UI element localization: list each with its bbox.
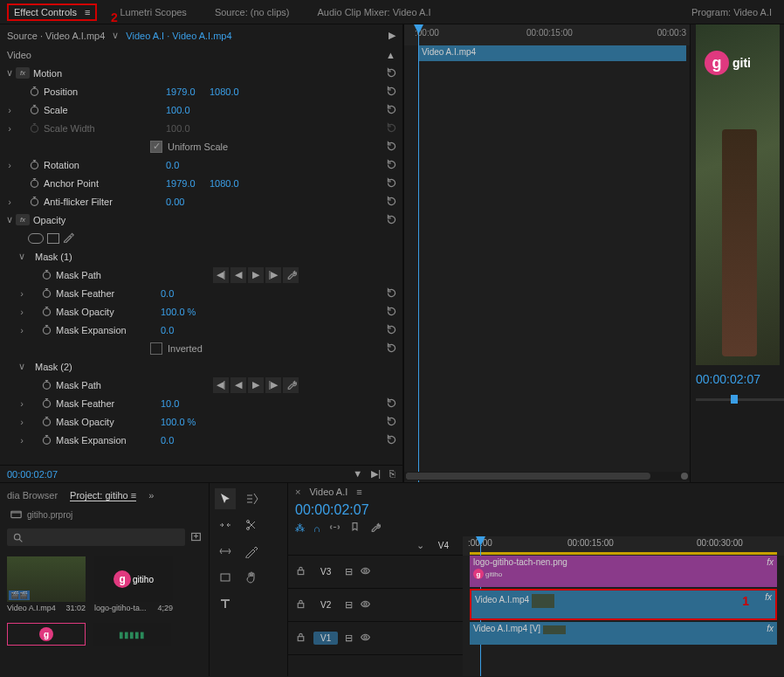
stopwatch-icon[interactable] xyxy=(40,416,52,428)
val-mask2-expansion[interactable]: 0.0 xyxy=(161,435,204,446)
prop-mask2-expansion[interactable]: Mask Expansion xyxy=(56,435,161,446)
tabs-overflow[interactable]: » xyxy=(148,490,154,501)
selection-tool[interactable] xyxy=(215,488,236,509)
mask-play[interactable]: ▶ xyxy=(248,377,264,393)
search-input[interactable] xyxy=(7,528,185,546)
collapse-icon[interactable]: ▲ xyxy=(386,50,395,60)
track-v4-label[interactable]: V4 xyxy=(431,539,456,552)
stopwatch-icon[interactable] xyxy=(28,86,40,98)
stopwatch-icon[interactable] xyxy=(28,177,40,190)
mask-prev-kf[interactable]: ◀| xyxy=(213,377,229,393)
ellipse-mask-icon[interactable] xyxy=(28,233,44,244)
val-mask1-expansion[interactable]: 0.0 xyxy=(161,325,204,335)
prop-mask1[interactable]: Mask (1) xyxy=(28,252,150,262)
wrench-icon[interactable] xyxy=(369,522,381,535)
reset-icon[interactable] xyxy=(383,432,399,448)
stopwatch-icon[interactable] xyxy=(28,104,40,116)
mask-step-fwd[interactable]: |▶ xyxy=(265,377,281,393)
reset-icon[interactable] xyxy=(383,194,399,210)
eye-icon[interactable] xyxy=(360,632,371,645)
reset-icon[interactable] xyxy=(383,84,399,100)
clip-video-selected[interactable]: Video A.I.mp4 fx 1 xyxy=(470,589,777,620)
expand-mask1[interactable]: ∨ xyxy=(16,251,28,262)
stopwatch-icon[interactable] xyxy=(28,196,40,208)
scrollbar-h[interactable] xyxy=(404,472,690,480)
eye-icon[interactable] xyxy=(360,598,371,611)
razor-tool[interactable] xyxy=(241,515,262,535)
checkbox-inverted[interactable] xyxy=(150,342,162,355)
stopwatch-icon[interactable] xyxy=(40,306,52,318)
project-item-selected[interactable]: g xyxy=(7,623,86,646)
stopwatch-icon[interactable] xyxy=(40,269,52,281)
output-icon[interactable]: ⊟ xyxy=(345,566,353,577)
clip-logo[interactable]: logo-gitiho-tach-nen.png fx g gitiho xyxy=(470,556,777,587)
prop-mask1-feather[interactable]: Mask Feather xyxy=(56,288,161,299)
reset-icon[interactable] xyxy=(383,322,399,338)
prop-mask2-path[interactable]: Mask Path xyxy=(56,380,161,390)
prop-mask1-path[interactable]: Mask Path xyxy=(56,270,161,280)
prop-scale[interactable]: Scale xyxy=(44,105,166,115)
val-anchor-y[interactable]: 1080.0 xyxy=(210,178,253,189)
filter-icon[interactable]: ▼ xyxy=(353,468,362,480)
mask-step-back[interactable]: ◀ xyxy=(230,267,246,283)
timeline-track-area[interactable]: :00:00 00:00:15:00 00:00:30:00 logo-giti… xyxy=(463,536,784,676)
prop-antiflicker[interactable]: Anti-flicker Filter xyxy=(44,197,166,207)
expand-scale[interactable]: › xyxy=(3,105,16,115)
reset-icon[interactable] xyxy=(383,396,399,411)
expand-motion[interactable]: ∨ xyxy=(3,67,16,79)
val-mask2-opacity[interactable]: 100.0 % xyxy=(161,417,204,427)
mask-step-fwd[interactable]: |▶ xyxy=(265,267,281,283)
tab-audio-mixer[interactable]: Audio Clip Mixer: Video A.I xyxy=(312,3,436,21)
stopwatch-icon[interactable] xyxy=(40,287,52,300)
mask-play[interactable]: ▶ xyxy=(248,267,264,283)
expand-antiflicker[interactable]: › xyxy=(3,197,16,207)
lock-icon[interactable] xyxy=(295,632,306,645)
output-icon[interactable]: ⊟ xyxy=(345,632,353,644)
tab-media-browser[interactable]: dia Browser xyxy=(7,490,58,501)
reset-icon[interactable] xyxy=(383,414,399,430)
bin-icon[interactable] xyxy=(10,508,22,522)
prop-mask2[interactable]: Mask (2) xyxy=(28,362,150,372)
prop-rotation[interactable]: Rotation xyxy=(44,160,166,170)
val-mask1-feather[interactable]: 0.0 xyxy=(161,288,204,299)
output-icon[interactable]: ⊟ xyxy=(345,599,353,611)
checkbox-uniform-scale[interactable]: ✓ xyxy=(150,141,162,153)
prop-mask2-opacity[interactable]: Mask Opacity xyxy=(56,417,161,427)
lock-icon[interactable] xyxy=(295,565,306,578)
reset-icon[interactable] xyxy=(383,176,399,191)
reset-motion[interactable] xyxy=(383,66,399,81)
export-icon[interactable]: ⎘ xyxy=(389,468,395,480)
linked-icon[interactable] xyxy=(329,522,340,535)
tab-lumetri[interactable]: Lumetri Scopes xyxy=(114,3,191,21)
marker-icon[interactable] xyxy=(349,522,361,535)
tab-source[interactable]: Source: (no clips) xyxy=(210,3,295,21)
stopwatch-icon[interactable] xyxy=(28,159,40,171)
stopwatch-icon[interactable] xyxy=(40,434,52,446)
project-item-logo[interactable]: g gitiho logo-gitiho-ta...4;29 xyxy=(94,556,173,612)
tab-program[interactable]: Program: Video A.I xyxy=(686,3,777,21)
mask-wrench[interactable] xyxy=(283,377,299,393)
mask-step-back[interactable]: ◀ xyxy=(230,377,246,393)
mini-clip[interactable]: Video A.I.mp4 xyxy=(418,45,686,61)
val-position-x[interactable]: 1979.0 xyxy=(166,86,210,97)
rectangle-tool[interactable] xyxy=(215,567,236,588)
eye-icon[interactable] xyxy=(360,565,371,578)
expand-rotation[interactable]: › xyxy=(3,160,16,170)
pen-tool[interactable] xyxy=(241,541,262,562)
slip-tool[interactable] xyxy=(215,541,236,562)
prop-mask1-expansion[interactable]: Mask Expansion xyxy=(56,325,161,335)
val-anchor-x[interactable]: 1979.0 xyxy=(166,178,210,189)
ripple-tool[interactable] xyxy=(215,515,236,535)
lock-icon[interactable] xyxy=(295,598,306,611)
mask-prev-kf[interactable]: ◀| xyxy=(213,267,229,283)
mask-wrench[interactable] xyxy=(283,267,299,283)
stopwatch-icon[interactable] xyxy=(40,397,52,410)
val-position-y[interactable]: 1080.0 xyxy=(210,86,253,97)
close-sequence[interactable]: × xyxy=(295,487,300,497)
reset-icon[interactable] xyxy=(383,304,399,320)
program-timecode[interactable]: 00:00:02:07 xyxy=(696,365,784,393)
v4-chevron[interactable]: ⌄ xyxy=(416,540,424,551)
expand-opacity[interactable]: ∨ xyxy=(3,214,16,225)
project-item-audio[interactable]: ▮▮▮▮▮ xyxy=(93,623,171,646)
track-v2-label[interactable]: V2 xyxy=(313,598,338,611)
